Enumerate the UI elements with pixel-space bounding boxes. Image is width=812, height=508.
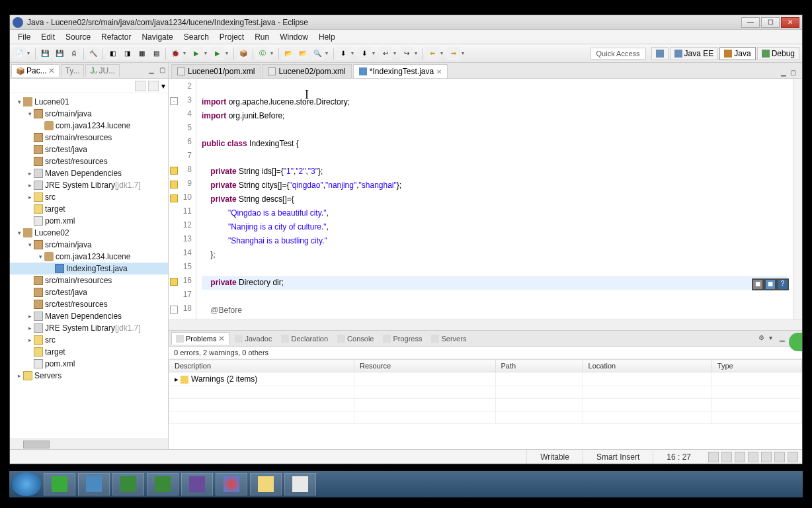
editor-minimize-button[interactable]: ▁: [781, 69, 790, 78]
perspective-javaee[interactable]: Java EE: [670, 47, 719, 60]
menu-project[interactable]: Project: [214, 31, 249, 43]
hint-icon[interactable]: ◼: [753, 280, 762, 289]
bottom-dropdown[interactable]: ▾: [769, 334, 778, 343]
taskbar-item[interactable]: [78, 473, 110, 495]
taskbar-item[interactable]: [147, 473, 179, 495]
status-icon[interactable]: [748, 452, 758, 462]
tree-node[interactable]: ▾com.java1234.lucene: [10, 251, 168, 263]
toggle4-button[interactable]: ▤: [149, 47, 163, 60]
line-gutter[interactable]: 23-456789101112131415161718-: [169, 79, 196, 319]
bottom-tab-servers[interactable]: Servers: [427, 333, 470, 344]
tree-node[interactable]: ▾src/main/java: [10, 239, 168, 251]
status-icon[interactable]: [721, 452, 732, 462]
tree-node[interactable]: src/test/java: [10, 144, 168, 155]
taskbar-item[interactable]: [44, 473, 75, 495]
link-editor-icon[interactable]: [148, 81, 159, 91]
run-button[interactable]: ▶: [190, 47, 203, 60]
save-all-button[interactable]: 💾: [53, 47, 66, 60]
bottom-tab-console[interactable]: Console: [333, 333, 378, 344]
problems-table[interactable]: DescriptionResourcePathLocationType ▸ Wa…: [169, 359, 802, 449]
bottom-view-menu[interactable]: ⚙: [758, 334, 768, 343]
tree-node[interactable]: ▸Servers: [10, 370, 168, 382]
column-header[interactable]: Type: [711, 360, 801, 372]
status-icon[interactable]: [761, 452, 772, 462]
debug-button[interactable]: 🐞: [169, 47, 182, 60]
taskbar-item[interactable]: [216, 473, 247, 495]
start-button[interactable]: [12, 472, 41, 496]
view-menu-icon[interactable]: ▾: [161, 81, 165, 91]
column-header[interactable]: Location: [583, 360, 711, 372]
tree-node[interactable]: target: [10, 346, 168, 358]
menu-edit[interactable]: Edit: [36, 31, 60, 43]
column-header[interactable]: Resource: [354, 360, 496, 372]
taskbar-item[interactable]: [250, 473, 282, 495]
minimize-button[interactable]: —: [741, 17, 760, 28]
column-header[interactable]: Description: [169, 360, 354, 372]
menu-run[interactable]: Run: [249, 31, 274, 43]
taskbar-item[interactable]: [181, 473, 213, 495]
perspective-debug[interactable]: Debug: [757, 47, 799, 60]
editor-scrollbar-horizontal[interactable]: [169, 319, 802, 330]
menu-refactor[interactable]: Refactor: [96, 31, 136, 43]
nav1-button[interactable]: ⬇: [337, 47, 350, 60]
status-icon[interactable]: [774, 452, 785, 462]
bottom-tab-problems[interactable]: Problems ✕: [171, 332, 229, 345]
back-button[interactable]: ⬅: [426, 47, 439, 60]
bottom-tab-progress[interactable]: Progress: [379, 333, 426, 344]
tab-type-hierarchy[interactable]: Ty...: [61, 64, 85, 77]
menu-navigate[interactable]: Navigate: [136, 31, 178, 43]
taskbar-item[interactable]: [284, 473, 316, 495]
tree-node[interactable]: ▸src: [10, 334, 168, 346]
toggle2-button[interactable]: ◨: [120, 47, 134, 60]
tree-node[interactable]: ▸Maven Dependencies: [10, 310, 168, 322]
tree-node[interactable]: ▾src/main/java: [10, 108, 168, 120]
editor-tab[interactable]: Lucene01/pom.xml: [171, 64, 261, 78]
hint-icon[interactable]: ◼: [766, 280, 775, 289]
tree-node[interactable]: ▾Lucene01: [10, 96, 168, 108]
tree-node[interactable]: src/test/resources: [10, 155, 168, 167]
run-last-button[interactable]: ▶: [211, 47, 224, 60]
tree-node[interactable]: ▸JRE System Library [jdk1.7]: [10, 179, 168, 191]
column-header[interactable]: Path: [495, 360, 583, 372]
menu-search[interactable]: Search: [179, 31, 214, 43]
tree-scrollbar-horizontal[interactable]: [10, 439, 168, 449]
menu-help[interactable]: Help: [313, 31, 341, 43]
maximize-view-button[interactable]: ▢: [157, 66, 167, 75]
editor-maximize-button[interactable]: ▢: [790, 69, 799, 78]
search-button[interactable]: 🔍: [311, 47, 324, 60]
side-badge[interactable]: [789, 333, 802, 351]
quick-access-input[interactable]: Quick Access: [590, 48, 646, 60]
tree-node[interactable]: src/test/java: [10, 286, 168, 298]
tree-node[interactable]: src/main/resources: [10, 275, 168, 286]
tree-node[interactable]: com.java1234.lucene: [10, 120, 168, 132]
menu-window[interactable]: Window: [274, 31, 313, 43]
collapse-all-icon[interactable]: [135, 81, 145, 91]
nav3-button[interactable]: ↩: [379, 47, 392, 60]
perspective-java[interactable]: Java: [719, 47, 755, 60]
tree-node[interactable]: pom.xml: [10, 358, 168, 370]
tree-node[interactable]: ▸Maven Dependencies: [10, 167, 168, 179]
tree-node[interactable]: ▸JRE System Library [jdk1.7]: [10, 322, 168, 334]
taskbar-item[interactable]: [112, 473, 144, 495]
toggle-button[interactable]: ◧: [106, 47, 119, 60]
open-task-button[interactable]: 📂: [296, 47, 309, 60]
bottom-tab-declaration[interactable]: Declaration: [277, 333, 332, 344]
nav4-button[interactable]: ↪: [400, 47, 413, 60]
tree-node[interactable]: pom.xml: [10, 215, 168, 227]
status-icon[interactable]: [735, 452, 745, 462]
status-icon[interactable]: [788, 452, 798, 462]
tree-node[interactable]: src/main/resources: [10, 132, 168, 144]
tree-node[interactable]: target: [10, 203, 168, 215]
hint-help-icon[interactable]: ?: [778, 280, 788, 289]
editor-tab[interactable]: Lucene02/pom.xml: [262, 64, 351, 78]
bottom-minimize[interactable]: ▁: [780, 334, 789, 343]
minimize-view-button[interactable]: ▁: [147, 66, 156, 75]
taskbar[interactable]: [9, 471, 803, 497]
forward-button[interactable]: ➡: [447, 47, 460, 60]
open-type-button[interactable]: 📂: [282, 47, 295, 60]
save-button[interactable]: 💾: [38, 47, 52, 60]
menu-source[interactable]: Source: [60, 31, 96, 43]
new-pkg-button[interactable]: 📦: [237, 47, 250, 60]
code-content[interactable]: import org.apache.lucene.store.Directory…: [196, 79, 793, 319]
new-class-button[interactable]: Ⓒ: [256, 47, 269, 60]
